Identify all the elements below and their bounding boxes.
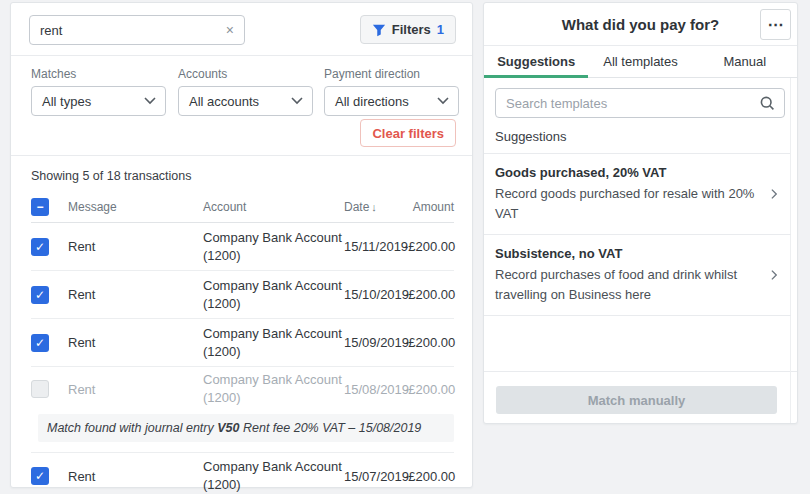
row-amount: -£200.00 bbox=[404, 335, 455, 350]
suggestion-title: Goods purchased, 20% VAT bbox=[495, 165, 757, 180]
indeterminate-icon: − bbox=[36, 201, 43, 213]
column-header-message: Message bbox=[68, 200, 203, 214]
row-message: Rent bbox=[68, 382, 203, 397]
row-account: Company Bank Account(1200) bbox=[203, 458, 344, 493]
table-row-disabled: Rent Company Bank Account(1200) 15/08/20… bbox=[31, 367, 454, 411]
table-row[interactable]: ✓ Rent Company Bank Account(1200) 15/09/… bbox=[31, 319, 454, 367]
row-amount: -£200.00 bbox=[404, 469, 455, 484]
filters-button[interactable]: Filters 1 bbox=[360, 15, 456, 44]
row-account: Company Bank Account(1200) bbox=[203, 229, 344, 264]
ellipsis-icon: ⋯ bbox=[768, 16, 784, 33]
transaction-search-input[interactable] bbox=[40, 23, 224, 38]
chevron-right-icon bbox=[771, 189, 778, 200]
row-checkbox[interactable]: ✓ bbox=[31, 286, 49, 304]
filter-funnel-icon bbox=[372, 23, 386, 37]
journal-entry-reference: V50 bbox=[217, 421, 239, 435]
suggestion-description: Record purchases of food and drink whils… bbox=[495, 265, 757, 304]
row-account: Company Bank Account(1200) bbox=[203, 371, 344, 406]
explanation-panel: What did you pay for? ⋯ Suggestions All … bbox=[483, 2, 798, 424]
suggestion-title: Subsistence, no VAT bbox=[495, 246, 757, 261]
row-date: 15/08/2019 bbox=[344, 382, 404, 397]
chevron-down-icon bbox=[437, 97, 449, 105]
table-row[interactable]: ✓ Rent Company Bank Account(1200) 15/07/… bbox=[31, 452, 454, 494]
tab-manual[interactable]: Manual bbox=[693, 46, 797, 77]
suggestions-body: Suggestions Goods purchased, 20% VAT Rec… bbox=[484, 78, 797, 423]
accounts-filter: Accounts All accounts bbox=[178, 67, 313, 116]
matches-select-value: All types bbox=[42, 94, 91, 109]
table-row[interactable]: ✓ Rent Company Bank Account(1200) 15/11/… bbox=[31, 223, 454, 271]
tab-suggestions[interactable]: Suggestions bbox=[484, 46, 588, 77]
tab-all-templates[interactable]: All templates bbox=[588, 46, 692, 77]
suggestion-item[interactable]: Subsistence, no VAT Record purchases of … bbox=[484, 235, 791, 316]
journal-match-note: Match found with journal entry V50 Rent … bbox=[38, 414, 454, 442]
panel-title: What did you pay for? bbox=[484, 3, 797, 46]
filter-controls: Matches All types Accounts All accounts … bbox=[11, 56, 472, 156]
panel-footer: Match manually bbox=[484, 371, 797, 423]
active-filter-count-badge: 1 bbox=[437, 22, 444, 37]
more-options-button[interactable]: ⋯ bbox=[760, 9, 791, 40]
search-icon bbox=[759, 95, 775, 111]
filters-button-label: Filters bbox=[392, 22, 431, 37]
payment-direction-select[interactable]: All directions bbox=[324, 86, 459, 116]
suggestion-item[interactable]: Goods purchased, 20% VAT Record goods pu… bbox=[484, 154, 791, 235]
clear-filters-button[interactable]: Clear filters bbox=[360, 119, 456, 147]
row-checkbox-disabled bbox=[31, 380, 49, 398]
chevron-right-icon bbox=[771, 270, 778, 281]
accounts-select-value: All accounts bbox=[189, 94, 259, 109]
transactions-panel: × Filters 1 Matches All types Accounts A… bbox=[10, 2, 473, 488]
template-search-input[interactable] bbox=[506, 96, 759, 111]
results-summary: Showing 5 of 18 transactions bbox=[11, 156, 472, 183]
row-date: 15/09/2019 bbox=[344, 335, 404, 350]
check-icon: ✓ bbox=[35, 337, 45, 349]
transaction-search-field[interactable]: × bbox=[29, 15, 245, 45]
check-icon: ✓ bbox=[35, 470, 45, 482]
check-icon: ✓ bbox=[35, 241, 45, 253]
template-tabs: Suggestions All templates Manual bbox=[484, 46, 797, 78]
row-message: Rent bbox=[68, 335, 203, 350]
accounts-filter-label: Accounts bbox=[178, 67, 313, 81]
row-checkbox[interactable]: ✓ bbox=[31, 467, 49, 485]
search-toolbar: × Filters 1 bbox=[11, 3, 472, 56]
row-account: Company Bank Account(1200) bbox=[203, 325, 344, 360]
explanation-panel-header: What did you pay for? ⋯ bbox=[484, 3, 797, 46]
sort-desc-icon: ↓ bbox=[371, 201, 377, 213]
row-message: Rent bbox=[68, 469, 203, 484]
payment-direction-filter: Payment direction All directions bbox=[324, 67, 459, 116]
accounts-select[interactable]: All accounts bbox=[178, 86, 313, 116]
row-checkbox[interactable]: ✓ bbox=[31, 334, 49, 352]
column-header-date[interactable]: Date↓ bbox=[344, 200, 404, 214]
row-date: 15/10/2019 bbox=[344, 287, 404, 302]
check-icon: ✓ bbox=[35, 289, 45, 301]
row-amount: -£200.00 bbox=[404, 239, 455, 254]
row-amount: -£200.00 bbox=[404, 382, 455, 397]
row-message: Rent bbox=[68, 287, 203, 302]
row-account: Company Bank Account(1200) bbox=[203, 277, 344, 312]
suggestions-section-label: Suggestions bbox=[484, 118, 791, 154]
table-row[interactable]: ✓ Rent Company Bank Account(1200) 15/10/… bbox=[31, 271, 454, 319]
transactions-table-header: − Message Account Date↓ Amount bbox=[31, 191, 454, 223]
payment-direction-select-value: All directions bbox=[335, 94, 409, 109]
match-manually-button[interactable]: Match manually bbox=[496, 386, 777, 414]
chevron-down-icon bbox=[144, 97, 156, 105]
payment-direction-filter-label: Payment direction bbox=[324, 67, 459, 81]
chevron-down-icon bbox=[291, 97, 303, 105]
row-message: Rent bbox=[68, 239, 203, 254]
column-header-amount: Amount bbox=[404, 200, 454, 214]
suggestion-description: Record goods purchased for resale with 2… bbox=[495, 184, 757, 223]
row-checkbox[interactable]: ✓ bbox=[31, 238, 49, 256]
matches-filter-label: Matches bbox=[31, 67, 166, 81]
empty-space bbox=[484, 316, 797, 371]
select-all-checkbox[interactable]: − bbox=[31, 198, 49, 216]
clear-search-icon[interactable]: × bbox=[224, 23, 236, 37]
column-header-account: Account bbox=[203, 200, 344, 214]
template-search-field[interactable] bbox=[495, 88, 785, 118]
row-date: 15/11/2019 bbox=[344, 239, 404, 254]
row-date: 15/07/2019 bbox=[344, 469, 404, 484]
matches-filter: Matches All types bbox=[31, 67, 166, 116]
row-amount: -£200.00 bbox=[404, 287, 455, 302]
matches-select[interactable]: All types bbox=[31, 86, 166, 116]
